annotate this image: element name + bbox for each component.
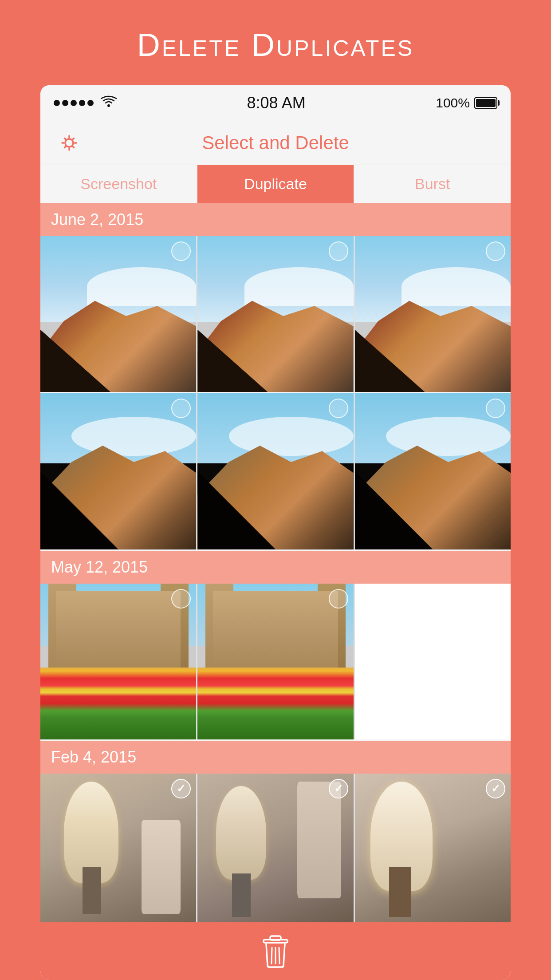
photo-grid-june-row2 [40, 393, 511, 549]
photo-cell[interactable] [355, 393, 511, 549]
tab-bar: Screenshot Duplicate Burst [40, 165, 511, 203]
church-photo-2 [197, 584, 353, 739]
photo-grid-june-row1 [40, 236, 511, 392]
check-circle [486, 241, 505, 261]
date-header-may: May 12, 2015 [40, 551, 511, 584]
app-title: Delete Duplicates [137, 27, 414, 63]
mountain-photo-1 [40, 236, 196, 392]
nav-title: Select and Delete [202, 132, 349, 154]
tab-burst[interactable]: Burst [354, 165, 511, 203]
tab-duplicate[interactable]: Duplicate [197, 165, 354, 203]
mountain-photo-5 [197, 393, 353, 549]
mountain-photo-6 [355, 393, 511, 549]
gear-icon [56, 130, 83, 156]
mountain-photo-3 [355, 236, 511, 392]
signal-dot-4 [79, 100, 85, 106]
check-circle [329, 399, 348, 418]
phone-frame: 8:08 AM 100% Select and Delete [40, 85, 511, 980]
photo-cell[interactable] [40, 236, 196, 392]
photo-cell[interactable] [40, 584, 196, 739]
signal-dots [54, 100, 94, 106]
check-circle [329, 589, 348, 609]
check-circle-checked [329, 779, 348, 798]
status-time: 8:08 AM [247, 94, 306, 112]
photo-cell[interactable] [355, 774, 511, 922]
nav-bar: Select and Delete [40, 121, 511, 165]
signal-dot-5 [87, 100, 94, 106]
signal-dot-2 [62, 100, 68, 106]
tab-screenshot[interactable]: Screenshot [40, 165, 197, 203]
svg-rect-3 [270, 936, 281, 940]
lamp-photo-2 [197, 774, 353, 922]
signal-dot-1 [54, 100, 60, 106]
settings-button[interactable] [54, 127, 85, 158]
photo-cell-empty [355, 584, 511, 739]
photo-cell[interactable] [197, 584, 353, 739]
svg-line-6 [279, 948, 279, 964]
photo-grid-feb [40, 774, 511, 922]
trash-icon [260, 933, 291, 969]
battery-fill [476, 99, 496, 107]
photo-cell[interactable] [40, 393, 196, 549]
check-circle-checked [486, 779, 505, 798]
signal-dot-3 [71, 100, 77, 106]
svg-point-0 [107, 104, 110, 107]
lamp-photo-3 [355, 774, 511, 922]
photo-cell[interactable] [40, 774, 196, 922]
photo-cell[interactable] [355, 236, 511, 392]
check-circle [171, 589, 191, 609]
church-photo-1 [40, 584, 196, 739]
mountain-photo-2 [197, 236, 353, 392]
battery-icon [474, 97, 497, 109]
date-header-june: June 2, 2015 [40, 203, 511, 236]
mountain-photo-4 [40, 393, 196, 549]
svg-point-1 [65, 139, 73, 147]
status-right: 100% [436, 95, 497, 111]
check-circle [329, 241, 348, 261]
status-left [54, 95, 117, 111]
photo-cell[interactable] [197, 236, 353, 392]
photo-cell[interactable] [197, 774, 353, 922]
check-circle [171, 241, 191, 261]
lamp-photo-1 [40, 774, 196, 922]
wifi-icon [101, 95, 117, 111]
photo-cell[interactable] [197, 393, 353, 549]
content-area: June 2, 2015 [40, 203, 511, 922]
status-bar: 8:08 AM 100% [40, 85, 511, 121]
svg-line-4 [272, 948, 272, 964]
photo-grid-may [40, 584, 511, 739]
delete-button[interactable] [260, 933, 291, 969]
battery-percentage: 100% [436, 95, 470, 111]
bottom-toolbar [40, 922, 511, 980]
date-header-feb: Feb 4, 2015 [40, 741, 511, 774]
